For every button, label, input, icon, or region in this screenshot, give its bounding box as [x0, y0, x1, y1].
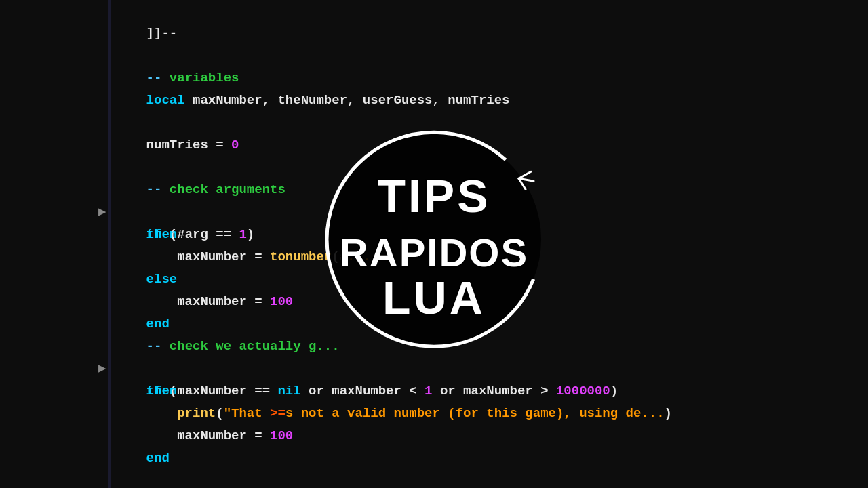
code-line-blank4 — [115, 447, 868, 470]
code-line-blank1 — [115, 22, 868, 45]
code-line-comment1: -- variables — [115, 45, 868, 67]
svg-text:LUA: LUA — [382, 272, 486, 323]
code-line-then2: then — [115, 358, 868, 380]
code-line-1: ]]-- — [115, 0, 868, 22]
code-line-blank5 — [115, 470, 868, 488]
svg-text:TIPS: TIPS — [377, 170, 490, 222]
svg-text:RAPIDOS: RAPIDOS — [340, 230, 528, 274]
svg-line-5 — [519, 171, 531, 178]
line-gutter — [108, 0, 111, 488]
logo-overlay: TIPS RAPIDOS LUA — [319, 124, 549, 354]
